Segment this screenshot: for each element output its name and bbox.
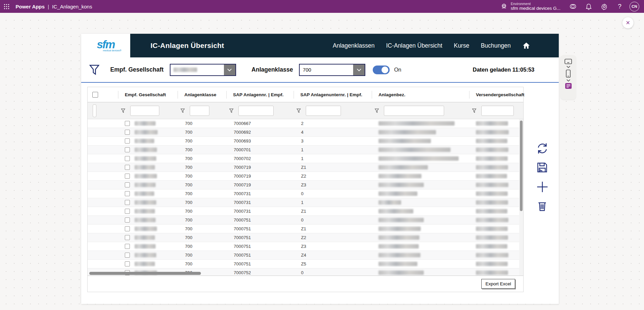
table-row[interactable]: 700 7000751 Z2 xyxy=(88,233,523,242)
col-header-anlagenklasse[interactable]: Anlagenklasse xyxy=(178,87,226,102)
table-row[interactable]: 700 7000751 Z5 xyxy=(88,260,523,268)
row-checkbox[interactable] xyxy=(125,147,130,152)
table-row[interactable]: 700 7000731 Z1 xyxy=(88,207,523,216)
table-row[interactable]: 700 7000751 Z4 xyxy=(88,251,523,260)
table-row[interactable]: 700 7000701 1 xyxy=(88,146,523,154)
refresh-icon[interactable] xyxy=(536,142,549,155)
select-all-checkbox[interactable] xyxy=(92,92,98,98)
table-row[interactable]: 700 7000731 0 xyxy=(88,189,523,198)
column-funnel-icon[interactable] xyxy=(229,108,234,113)
chevron-down-icon[interactable] xyxy=(353,64,365,75)
topbar-right-cluster: Environment sfm medical devices G... ? C… xyxy=(496,0,644,13)
row-checkbox[interactable] xyxy=(125,200,130,205)
filter-input-sap-anlagennr[interactable] xyxy=(238,106,274,116)
horizontal-scrollbar[interactable] xyxy=(88,272,519,275)
row-checkbox[interactable] xyxy=(125,156,130,161)
row-checkbox[interactable] xyxy=(125,209,130,214)
table-row[interactable]: 700 7000719 Z1 xyxy=(88,163,523,172)
filter-checkbox-box[interactable] xyxy=(93,104,96,117)
cell-anlagenklasse: 700 xyxy=(178,189,226,198)
vertical-scrollbar-thumb[interactable] xyxy=(520,121,523,211)
table-row[interactable]: 700 7000719 Z2 xyxy=(88,172,523,181)
col-header-versendergesellschaft[interactable]: Versendergesellschaft xyxy=(469,87,520,102)
column-funnel-icon[interactable] xyxy=(472,108,477,113)
filter-input-anlagenbez[interactable] xyxy=(384,106,444,116)
form-panel-icon[interactable] xyxy=(565,83,572,89)
table-row[interactable]: 700 7000751 0 xyxy=(88,216,523,225)
horizontal-scrollbar-thumb[interactable] xyxy=(89,272,201,275)
row-checkbox[interactable] xyxy=(125,138,130,144)
col-header-sap-anlagennr[interactable]: SAP Anlagennr. | Empf. xyxy=(226,87,294,102)
row-checkbox[interactable] xyxy=(125,165,130,170)
home-icon[interactable] xyxy=(522,42,530,49)
settings-gear-icon[interactable] xyxy=(596,0,612,13)
environment-picker[interactable]: Environment sfm medical devices G... xyxy=(496,0,565,13)
nav-item-2[interactable]: IC-Anlagen Übersicht xyxy=(386,42,442,49)
filter-input-sap-anlagenunternr[interactable] xyxy=(306,106,341,116)
copilot-icon[interactable] xyxy=(565,0,581,13)
export-excel-button[interactable]: Export Excel xyxy=(481,279,515,289)
desktop-preview-icon[interactable] xyxy=(564,58,572,64)
table-row[interactable]: 700 7000667 2 xyxy=(88,119,523,128)
vertical-scrollbar[interactable] xyxy=(519,119,523,276)
nav-item-4[interactable]: Buchungen xyxy=(481,42,511,49)
cell-sap-anlagenunternr: Z5 xyxy=(294,260,372,268)
add-record-icon[interactable] xyxy=(536,180,549,193)
column-funnel-icon[interactable] xyxy=(180,108,185,113)
filter-input-versendergesellschaft[interactable] xyxy=(481,106,514,116)
waffle-menu-icon[interactable] xyxy=(0,0,13,13)
redacted-empf-gesellschaft xyxy=(135,183,156,187)
phone-preview-icon[interactable] xyxy=(566,69,571,78)
nav-item-3[interactable]: Kurse xyxy=(454,42,469,49)
help-icon[interactable]: ? xyxy=(612,0,627,13)
table-row[interactable]: 700 7000751 Z1 xyxy=(88,225,523,233)
row-checkbox[interactable] xyxy=(125,191,130,196)
save-icon[interactable] xyxy=(536,161,549,174)
empf-gesellschaft-dropdown[interactable] xyxy=(170,64,236,76)
table-row[interactable]: 700 7000731 1 xyxy=(88,198,523,207)
filter-toggle[interactable] xyxy=(373,66,390,74)
row-checkbox[interactable] xyxy=(125,182,130,187)
canvas-workspace: ✕ sfm medical devices® IC-Anlagen Übersi… xyxy=(0,13,644,310)
redacted-empf-gesellschaft xyxy=(135,200,156,205)
table-row[interactable]: 700 7000693 3 xyxy=(88,137,523,146)
row-checkbox[interactable] xyxy=(125,174,130,179)
grid-footer: Export Excel xyxy=(88,276,523,292)
cell-anlagenklasse: 700 xyxy=(178,163,226,172)
column-funnel-icon[interactable] xyxy=(374,108,379,113)
environment-name: sfm medical devices G... xyxy=(511,6,560,11)
cell-anlagenklasse: 700 xyxy=(178,146,226,154)
close-preview-button[interactable]: ✕ xyxy=(622,17,634,28)
row-checkbox[interactable] xyxy=(125,226,130,231)
row-checkbox[interactable] xyxy=(125,121,130,126)
avatar[interactable]: CN xyxy=(629,2,639,11)
row-checkbox[interactable] xyxy=(125,261,130,266)
toggle-knob xyxy=(382,67,388,73)
col-header-empf-gesellschaft[interactable]: Empf. Gesellschaft xyxy=(118,87,178,102)
filter-input-anlagenklasse[interactable] xyxy=(190,106,209,116)
row-checkbox[interactable] xyxy=(125,244,130,249)
row-checkbox[interactable] xyxy=(125,130,130,135)
chevron-down-icon[interactable] xyxy=(224,64,235,75)
column-funnel-icon[interactable] xyxy=(121,108,125,113)
row-checkbox[interactable] xyxy=(125,217,130,223)
anlagenklasse-dropdown[interactable]: 700 xyxy=(299,64,365,76)
column-funnel-icon[interactable] xyxy=(296,108,301,113)
table-row[interactable]: 700 7000719 Z3 xyxy=(88,181,523,189)
table-row[interactable]: 700 7000751 Z3 xyxy=(88,242,523,251)
col-header-sap-anlagenunternr[interactable]: SAP Anlagenunternr. | Empf. xyxy=(294,87,372,102)
chevron-down-icon[interactable] xyxy=(566,66,571,68)
table-row[interactable]: 700 7000702 1 xyxy=(88,154,523,163)
row-checkbox[interactable] xyxy=(125,235,130,240)
nav-item-1[interactable]: Anlagenklassen xyxy=(333,42,375,49)
delete-record-icon[interactable] xyxy=(536,200,549,212)
filter-input-empf-gesellschaft[interactable] xyxy=(130,106,159,116)
col-header-anlagenbez[interactable]: Anlagenbez. xyxy=(372,87,469,102)
chevron-down-icon[interactable] xyxy=(566,79,571,82)
row-checkbox[interactable] xyxy=(125,253,130,258)
notifications-bell-icon[interactable] xyxy=(581,0,596,13)
app-name: IC_Anlagen_kons xyxy=(52,4,92,9)
product-name[interactable]: Power Apps xyxy=(16,4,45,9)
table-row[interactable]: 700 7000692 4 xyxy=(88,128,523,137)
cell-anlagenklasse: 700 xyxy=(178,251,226,259)
